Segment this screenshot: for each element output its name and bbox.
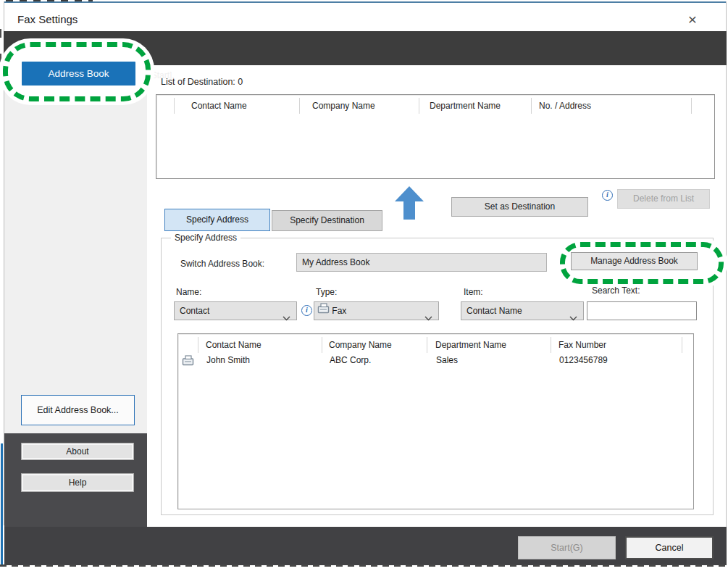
column-header-company-name[interactable]: Company Name bbox=[329, 340, 392, 350]
window-right-border bbox=[726, 1, 727, 565]
clipped-artifact-blue-strip bbox=[1, 443, 3, 564]
cell-contact-name: John Smith bbox=[206, 355, 250, 365]
name-label: Name: bbox=[176, 287, 201, 297]
column-header-department-name[interactable]: Department Name bbox=[435, 340, 506, 350]
start-button[interactable]: Start(G) bbox=[518, 536, 616, 559]
column-separator bbox=[551, 337, 551, 353]
switch-address-book-field: My Address Book bbox=[296, 253, 547, 272]
column-separator bbox=[427, 337, 427, 353]
title-bar: Fax Settings × bbox=[4, 3, 726, 31]
name-select[interactable]: Contact bbox=[174, 301, 297, 320]
tab-specify-address[interactable]: Specify Address bbox=[164, 209, 270, 231]
clipped-text-artifact-bottom bbox=[0, 564, 728, 567]
column-header-fax-number[interactable]: Fax Number bbox=[558, 340, 606, 350]
name-select-value: Contact bbox=[180, 306, 209, 316]
column-separator bbox=[531, 98, 532, 114]
column-header-company-name[interactable]: Company Name bbox=[312, 101, 375, 111]
info-icon[interactable]: i bbox=[301, 305, 312, 316]
column-separator bbox=[691, 98, 692, 114]
up-arrow-icon bbox=[395, 186, 424, 222]
delete-from-list-button[interactable]: Delete from List bbox=[617, 189, 710, 209]
column-separator bbox=[198, 337, 198, 353]
tab-specify-destination[interactable]: Specify Destination bbox=[272, 210, 382, 231]
column-separator bbox=[682, 337, 682, 353]
column-header-contact-name[interactable]: Contact Name bbox=[191, 101, 247, 111]
cancel-button[interactable]: Cancel bbox=[625, 536, 714, 559]
about-button[interactable]: About bbox=[21, 443, 134, 460]
clipped-artifact-left bbox=[0, 54, 1, 62]
edit-address-book-button[interactable]: Edit Address Book... bbox=[21, 395, 135, 425]
set-as-destination-button[interactable]: Set as Destination bbox=[451, 197, 588, 217]
item-select[interactable]: Contact Name bbox=[461, 301, 584, 320]
table-row[interactable]: John Smith ABC Corp. Sales 0123456789 bbox=[179, 353, 686, 369]
type-select-value: Fax bbox=[332, 306, 346, 316]
fax-icon bbox=[317, 302, 330, 313]
type-select[interactable]: Fax bbox=[314, 301, 439, 320]
clipped-artifact-left bbox=[0, 29, 1, 38]
cell-fax-number: 0123456789 bbox=[559, 355, 608, 365]
column-header-department-name[interactable]: Department Name bbox=[430, 101, 501, 111]
footer-bar bbox=[4, 527, 727, 565]
search-input[interactable] bbox=[587, 301, 697, 320]
window-title: Fax Settings bbox=[17, 13, 78, 25]
chevron-down-icon bbox=[424, 309, 432, 327]
column-separator bbox=[299, 98, 300, 114]
specify-address-group-title: Specify Address bbox=[171, 233, 240, 243]
fax-settings-dialog: Fax Settings × d then press [Start]. Add… bbox=[0, 0, 728, 571]
manage-address-book-button[interactable]: Manage Address Book bbox=[571, 252, 698, 270]
item-select-value: Contact Name bbox=[466, 306, 522, 316]
cell-department-name: Sales bbox=[436, 355, 458, 365]
column-separator bbox=[322, 337, 322, 353]
column-separator bbox=[174, 98, 175, 114]
column-header-contact-name[interactable]: Contact Name bbox=[206, 340, 262, 350]
switch-address-book-label: Switch Address Book: bbox=[180, 259, 264, 269]
destination-table[interactable]: Contact Name Company Name Department Nam… bbox=[156, 94, 715, 179]
close-icon[interactable]: × bbox=[682, 10, 703, 29]
info-icon[interactable]: i bbox=[602, 190, 613, 201]
sidebar bbox=[4, 65, 147, 433]
type-label: Type: bbox=[316, 287, 337, 297]
address-book-table[interactable]: Contact Name Company Name Department Nam… bbox=[177, 333, 694, 509]
help-button[interactable]: Help bbox=[21, 473, 134, 492]
item-label: Item: bbox=[464, 287, 483, 297]
column-separator bbox=[419, 98, 419, 114]
column-header-no-address[interactable]: No. / Address bbox=[539, 101, 591, 111]
search-text-label: Search Text: bbox=[592, 286, 640, 296]
chevron-down-icon bbox=[283, 309, 290, 327]
cell-company-name: ABC Corp. bbox=[330, 355, 371, 365]
chevron-down-icon bbox=[569, 309, 577, 327]
sidebar-item-address-book[interactable]: Address Book bbox=[22, 62, 135, 86]
fax-icon bbox=[182, 355, 194, 366]
destination-list-title: List of Destination: 0 bbox=[161, 77, 243, 87]
